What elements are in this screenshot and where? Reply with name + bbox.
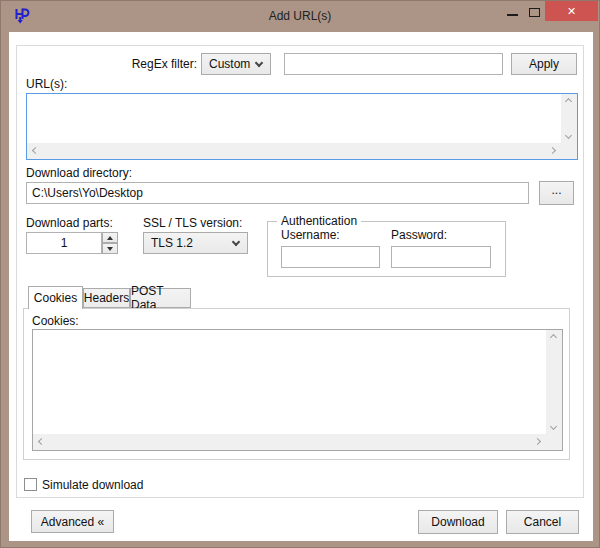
minimize-icon [507, 14, 518, 16]
advanced-button-label: Advanced « [41, 515, 104, 529]
close-button[interactable]: ✕ [545, 1, 598, 21]
spinner-up-button[interactable] [102, 232, 118, 243]
chevron-down-icon [232, 238, 240, 246]
tab-cookies[interactable]: Cookies [28, 286, 83, 309]
chevron-up-icon [550, 334, 557, 341]
close-icon: ✕ [567, 5, 576, 18]
horizontal-scrollbar[interactable] [27, 143, 561, 159]
regex-filter-select[interactable]: Custom [201, 53, 271, 75]
chevron-down-icon [550, 423, 557, 430]
download-directory-label: Download directory: [26, 166, 132, 180]
browse-directory-button[interactable]: ... [539, 181, 574, 205]
authentication-group: Authentication Username: Password: [267, 221, 506, 277]
cookies-label: Cookies: [32, 314, 79, 328]
username-label: Username: [281, 228, 340, 242]
minimize-button[interactable] [501, 1, 523, 21]
chevron-up-icon [565, 98, 572, 105]
maximize-icon [529, 8, 540, 17]
ssl-version-selected: TLS 1.2 [151, 236, 193, 250]
chevron-down-icon [565, 132, 572, 139]
advanced-button[interactable]: Advanced « [31, 510, 114, 533]
horizontal-scrollbar[interactable] [33, 434, 546, 450]
tab-headers-label: Headers [84, 291, 129, 305]
download-parts-label: Download parts: [26, 216, 113, 230]
scrollbar-corner [561, 143, 577, 159]
urls-label: URL(s): [26, 77, 67, 91]
username-input[interactable] [281, 246, 380, 268]
urls-textarea[interactable] [26, 93, 578, 160]
cookies-textarea[interactable] [32, 329, 563, 451]
triangle-up-icon [107, 236, 113, 240]
regex-filter-input[interactable] [284, 53, 503, 75]
vertical-scrollbar[interactable] [546, 330, 562, 434]
password-input[interactable] [391, 246, 491, 268]
add-urls-dialog: Add URL(s) ✕ RegEx filter: Custom Apply … [0, 0, 600, 548]
chevron-right-icon [549, 147, 556, 154]
triangle-down-icon [107, 247, 113, 251]
apply-button[interactable]: Apply [511, 53, 577, 75]
simulate-download-checkbox[interactable] [24, 478, 37, 491]
ssl-version-label: SSL / TLS version: [143, 216, 242, 230]
regex-filter-label: RegEx filter: [97, 57, 197, 71]
apply-button-label: Apply [529, 57, 559, 71]
cancel-button-label: Cancel [524, 515, 561, 529]
ellipsis-icon: ... [551, 183, 561, 197]
vertical-scrollbar[interactable] [561, 94, 577, 143]
tab-headers[interactable]: Headers [83, 288, 130, 308]
password-label: Password: [391, 228, 447, 242]
regex-filter-selected: Custom [209, 57, 250, 71]
download-parts-spinner [102, 232, 118, 254]
authentication-legend: Authentication [277, 214, 361, 228]
chevron-left-icon [32, 147, 39, 154]
download-button-label: Download [431, 515, 484, 529]
maximize-button[interactable] [524, 1, 544, 21]
chevron-down-icon [255, 59, 263, 67]
download-button[interactable]: Download [418, 510, 498, 534]
download-directory-input[interactable] [26, 182, 529, 204]
chevron-right-icon [534, 438, 541, 445]
chevron-left-icon [38, 438, 45, 445]
simulate-download-label: Simulate download [42, 478, 143, 492]
cancel-button[interactable]: Cancel [506, 510, 579, 534]
tab-post-data[interactable]: POST Data [130, 288, 191, 308]
spinner-down-button[interactable] [102, 243, 118, 254]
scrollbar-corner [546, 434, 562, 450]
tab-cookies-label: Cookies [34, 291, 77, 305]
download-parts-input[interactable] [26, 232, 102, 254]
ssl-version-select[interactable]: TLS 1.2 [143, 232, 248, 254]
